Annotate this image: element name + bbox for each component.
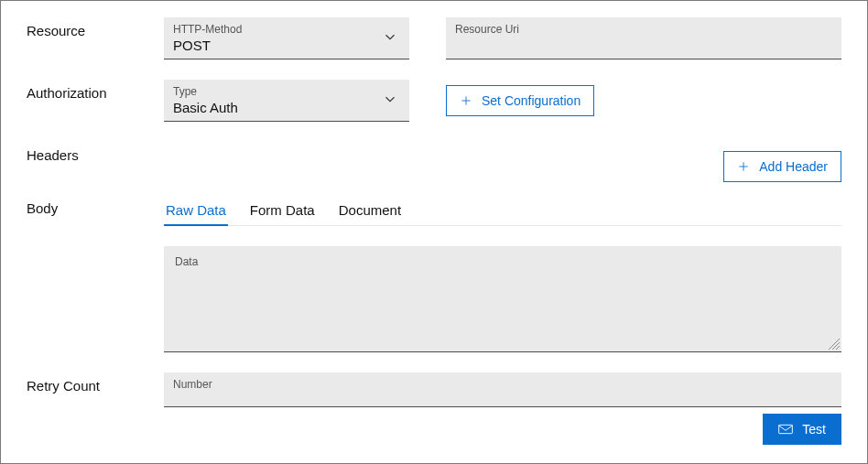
headers-label: Headers [27, 142, 164, 163]
http-method-value: POST [173, 38, 400, 53]
retry-number-floating-label: Number [173, 378, 832, 391]
body-data-textarea[interactable]: Data [164, 246, 841, 352]
resource-label: Resource [27, 17, 164, 38]
resource-uri-input[interactable]: Resource Uri [446, 17, 841, 59]
body-tabs: Raw Data Form Data Document [164, 199, 841, 226]
headers-row: Headers Add Header [27, 142, 841, 182]
auth-type-floating-label: Type [173, 85, 400, 98]
footer-actions: Test [763, 414, 841, 445]
auth-type-select[interactable]: Type Basic Auth [164, 80, 409, 122]
retry-number-input[interactable]: Number [164, 372, 841, 407]
test-button[interactable]: Test [763, 414, 841, 445]
http-method-floating-label: HTTP-Method [173, 23, 400, 36]
resource-uri-floating-label: Resource Uri [455, 23, 832, 36]
add-header-button[interactable]: Add Header [723, 151, 841, 182]
resource-row: Resource HTTP-Method POST Resource Uri [27, 17, 841, 59]
tab-raw-data[interactable]: Raw Data [164, 199, 228, 225]
authorization-label: Authorization [27, 80, 164, 101]
body-label: Body [27, 195, 164, 216]
svg-line-6 [836, 346, 840, 350]
svg-line-5 [832, 342, 840, 350]
mail-icon [778, 424, 793, 435]
tab-form-data[interactable]: Form Data [248, 199, 317, 225]
tab-document[interactable]: Document [337, 199, 403, 225]
authorization-row: Authorization Type Basic Auth Set Config… [27, 80, 841, 122]
http-request-panel: Resource HTTP-Method POST Resource Uri A… [0, 0, 868, 464]
svg-rect-7 [779, 425, 793, 433]
resize-handle-icon [825, 335, 840, 350]
set-configuration-label: Set Configuration [482, 93, 580, 108]
auth-type-value: Basic Auth [173, 100, 400, 115]
plus-icon [460, 94, 472, 107]
body-row: Body Raw Data Form Data Document Data [27, 195, 841, 352]
retry-row: Retry Count Number [27, 372, 841, 407]
plus-icon [737, 160, 750, 173]
http-method-select[interactable]: HTTP-Method POST [164, 17, 409, 59]
retry-label: Retry Count [27, 372, 164, 394]
set-configuration-button[interactable]: Set Configuration [446, 85, 594, 116]
body-data-floating-label: Data [175, 255, 830, 268]
add-header-label: Add Header [759, 159, 828, 174]
test-button-label: Test [802, 422, 826, 437]
